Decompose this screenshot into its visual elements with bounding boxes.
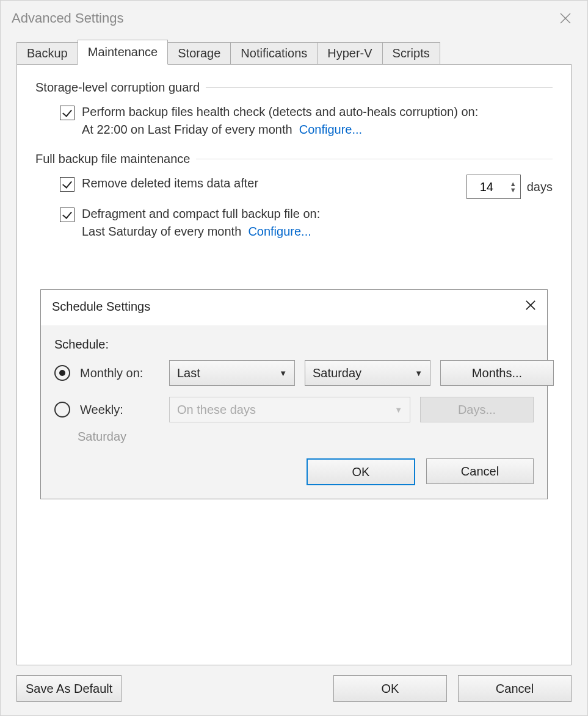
chevron-down-icon: ▼	[279, 369, 287, 378]
tab-hyperv[interactable]: Hyper-V	[317, 42, 382, 64]
schedule-dialog-title: Schedule Settings	[52, 300, 150, 314]
dialog-body: Backup Maintenance Storage Notifications…	[1, 36, 587, 665]
remove-deleted-days-spinner[interactable]: ▲ ▼	[466, 175, 521, 199]
chevron-down-icon: ▼	[415, 369, 423, 378]
group-corruption-guard: Storage-level corruption guard	[35, 81, 553, 95]
remove-deleted-checkbox[interactable]	[60, 177, 74, 192]
cancel-button[interactable]: Cancel	[458, 675, 572, 702]
health-check-checkbox[interactable]	[60, 106, 74, 120]
defragment-configure-link[interactable]: Configure...	[248, 225, 311, 238]
remove-deleted-option: Remove deleted items data after ▲ ▼ days	[35, 175, 553, 199]
defragment-option: Defragment and compact full backup file …	[35, 205, 553, 240]
defragment-checkbox[interactable]	[60, 208, 74, 222]
weekly-days-select: On these days ▼	[169, 397, 410, 422]
monthly-radio-label: Monthly on:	[80, 366, 159, 380]
close-icon	[525, 300, 536, 311]
dialog-footer: Save As Default OK Cancel	[1, 665, 587, 715]
tab-maintenance[interactable]: Maintenance	[78, 40, 169, 65]
tab-notifications[interactable]: Notifications	[230, 42, 318, 64]
close-icon	[559, 12, 572, 24]
days-button: Days...	[420, 397, 534, 422]
group-file-maintenance: Full backup file maintenance	[35, 152, 553, 166]
weekly-radio[interactable]	[54, 402, 70, 418]
save-as-default-button[interactable]: Save As Default	[16, 675, 122, 702]
tab-panel-maintenance: Storage-level corruption guard Perform b…	[16, 64, 572, 665]
months-button[interactable]: Months...	[440, 360, 554, 386]
remove-deleted-days-input[interactable]	[467, 175, 506, 198]
tab-storage[interactable]: Storage	[167, 42, 231, 64]
schedule-ok-button[interactable]: OK	[307, 458, 415, 485]
monthly-radio[interactable]	[54, 365, 70, 381]
schedule-label: Schedule:	[54, 338, 534, 352]
titlebar: Advanced Settings	[1, 1, 587, 36]
dialog-title: Advanced Settings	[12, 10, 123, 26]
health-check-option: Perform backup files health check (detec…	[35, 103, 553, 139]
tab-scripts[interactable]: Scripts	[382, 42, 440, 64]
health-check-label-line1: Perform backup files health check (detec…	[82, 103, 478, 121]
health-check-schedule: At 22:00 on Last Friday of every month	[82, 123, 292, 136]
monthly-day-select[interactable]: Saturday ▼	[305, 360, 430, 386]
group-title: Full backup file maintenance	[35, 152, 190, 166]
schedule-monthly-row: Monthly on: Last ▼ Saturday ▼ Months...	[54, 360, 534, 386]
advanced-settings-dialog: Advanced Settings Backup Maintenance Sto…	[0, 0, 588, 716]
chevron-down-icon: ▼	[394, 405, 402, 414]
remove-deleted-label: Remove deleted items data after	[82, 175, 258, 192]
weekly-days-note: Saturday	[54, 430, 534, 444]
defragment-label-line1: Defragment and compact full backup file …	[82, 205, 320, 223]
health-check-configure-link[interactable]: Configure...	[299, 123, 362, 136]
chevron-down-icon[interactable]: ▼	[510, 187, 517, 193]
close-button[interactable]	[554, 7, 576, 29]
group-title: Storage-level corruption guard	[35, 81, 200, 95]
schedule-weekly-row: Weekly: On these days ▼ Days...	[54, 397, 534, 422]
ok-button[interactable]: OK	[333, 675, 447, 702]
days-unit: days	[527, 180, 553, 194]
tabs: Backup Maintenance Storage Notifications…	[16, 40, 572, 64]
defragment-schedule: Last Saturday of every month	[82, 225, 241, 238]
schedule-settings-dialog: Schedule Settings Schedule: Monthly on:	[40, 289, 548, 499]
schedule-close-button[interactable]	[525, 298, 536, 314]
tab-backup[interactable]: Backup	[16, 42, 78, 64]
monthly-ordinal-select[interactable]: Last ▼	[169, 360, 295, 386]
schedule-cancel-button[interactable]: Cancel	[426, 458, 534, 484]
weekly-radio-label: Weekly:	[80, 403, 159, 417]
